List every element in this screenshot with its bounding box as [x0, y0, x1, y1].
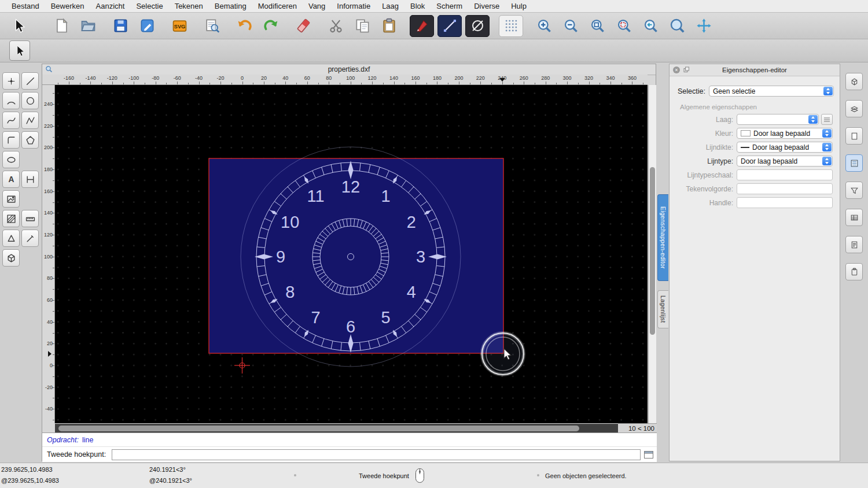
menu-bewerken[interactable]: Bewerken: [45, 2, 90, 10]
menu-blok[interactable]: Blok: [404, 2, 431, 10]
spline-tool[interactable]: [2, 112, 20, 129]
selection-filter-button[interactable]: [845, 182, 863, 199]
zoom-previous-button[interactable]: [639, 16, 662, 36]
h-ruler-label: 20: [261, 75, 267, 81]
field-input[interactable]: [737, 183, 833, 194]
print-preview-button[interactable]: [200, 16, 223, 36]
zoom-out-button[interactable]: [559, 16, 582, 36]
selection-combo[interactable]: Geen selectie: [709, 86, 834, 97]
menu-informatie[interactable]: Informatie: [331, 2, 376, 10]
clipboard-panel-button[interactable]: [845, 263, 863, 280]
selection-value: Geen selectie: [713, 87, 755, 95]
edit-button[interactable]: [135, 16, 159, 36]
ruler-tool[interactable]: [21, 210, 39, 227]
linewidth-sample: [741, 147, 749, 148]
command-list-button[interactable]: [845, 236, 863, 253]
command-input[interactable]: [112, 449, 641, 460]
new-button[interactable]: [50, 16, 73, 36]
polygon-tool[interactable]: [21, 131, 39, 149]
menu-selectie[interactable]: Selectie: [130, 2, 168, 10]
circle-tool[interactable]: [21, 92, 39, 109]
field-combo[interactable]: Door laag bepaald: [737, 128, 833, 139]
property-editor-button[interactable]: [845, 154, 863, 172]
shape-tool[interactable]: [2, 230, 20, 247]
menu-laag[interactable]: Laag: [376, 2, 404, 10]
point-tool[interactable]: [2, 72, 20, 90]
drawing-canvas[interactable]: 121234567891011: [55, 85, 648, 423]
stepper-icon[interactable]: [808, 115, 818, 124]
box3d-tool[interactable]: [2, 249, 20, 267]
stepper-icon[interactable]: [823, 87, 833, 95]
open-button[interactable]: [76, 16, 100, 36]
menu-diverse[interactable]: Diverse: [468, 2, 505, 10]
svg-button[interactable]: SVG: [168, 16, 191, 36]
arc-icon: [6, 96, 16, 106]
menu-bestand[interactable]: Bestand: [6, 2, 45, 10]
stepper-icon[interactable]: [822, 143, 832, 151]
stepper-icon[interactable]: [822, 157, 832, 165]
block-list-button[interactable]: [845, 73, 863, 90]
field-input[interactable]: [737, 169, 833, 180]
zoom-selection-button[interactable]: [612, 16, 635, 36]
pan-button[interactable]: [692, 16, 715, 36]
paste-button[interactable]: [377, 16, 400, 36]
library-browser-button[interactable]: [845, 209, 863, 226]
menu-tekenen[interactable]: Tekenen: [169, 2, 209, 10]
h-ruler-label: -60: [174, 75, 181, 81]
zoom-auto-button[interactable]: [586, 16, 609, 36]
line-button[interactable]: [437, 15, 462, 37]
horizontal-scroll-thumb[interactable]: [58, 426, 579, 431]
origin-marker: [234, 357, 250, 374]
panel-icon: [644, 451, 653, 459]
image-tool[interactable]: [2, 190, 20, 208]
stepper-icon[interactable]: [822, 129, 832, 138]
zoom-in-button[interactable]: [532, 16, 556, 36]
arc-tool[interactable]: [2, 92, 20, 109]
close-icon[interactable]: ×: [673, 66, 680, 73]
menu-scherm[interactable]: Scherm: [431, 2, 468, 10]
menu-vang[interactable]: Vang: [303, 2, 331, 10]
menu-aanzicht[interactable]: Aanzicht: [90, 2, 131, 10]
field-combo[interactable]: Door laag bepaald: [737, 142, 833, 153]
layer-list-button[interactable]: [845, 100, 863, 117]
polyline-tool[interactable]: [21, 112, 39, 129]
ellipse-tool[interactable]: [2, 151, 20, 168]
hatch-tool[interactable]: [2, 210, 20, 227]
menu-modificeren[interactable]: Modificeren: [252, 2, 303, 10]
copy-button[interactable]: [351, 16, 374, 36]
layer-menu-button[interactable]: [821, 114, 833, 125]
vertical-scroll-thumb[interactable]: [650, 167, 655, 335]
detach-icon[interactable]: [683, 66, 690, 74]
save-button[interactable]: [109, 16, 132, 36]
tab-property-editor[interactable]: Eigenschappen-editor: [657, 194, 668, 281]
pen-button[interactable]: [410, 15, 434, 37]
corner-tool[interactable]: [2, 131, 20, 149]
select-button[interactable]: [7, 16, 30, 36]
view-list-button[interactable]: [845, 127, 863, 145]
line-tool[interactable]: [21, 72, 39, 90]
svg-text:4: 4: [407, 283, 416, 301]
menu-hulp[interactable]: Hulp: [505, 2, 532, 10]
text-tool[interactable]: A: [2, 171, 20, 188]
select-tool-button[interactable]: [9, 40, 30, 61]
tab-layer-list[interactable]: Lagenlijst: [657, 290, 668, 328]
field-input[interactable]: [737, 197, 833, 208]
horizontal-scrollbar[interactable]: [55, 424, 618, 432]
console-panel-button[interactable]: [644, 451, 653, 459]
grid-button[interactable]: [499, 15, 523, 37]
circle-button[interactable]: [465, 15, 490, 37]
vertical-scrollbar[interactable]: [648, 85, 656, 423]
redo-button[interactable]: [259, 16, 282, 36]
modify-tool[interactable]: [21, 230, 39, 247]
zoom-window-button[interactable]: [665, 16, 689, 36]
undo-button[interactable]: [233, 16, 256, 36]
cut-button[interactable]: [324, 16, 347, 36]
field-combo[interactable]: [737, 114, 819, 125]
menu-bemating[interactable]: Bemating: [209, 2, 252, 10]
field-combo[interactable]: Door laag bepaald: [737, 156, 833, 167]
delete-button[interactable]: [292, 16, 315, 36]
h-ruler-label: -100: [128, 75, 139, 81]
field-value: Door laag bepaald: [753, 130, 810, 138]
zoom-status: 10 < 100: [618, 423, 657, 432]
dim-tool[interactable]: [21, 171, 39, 188]
